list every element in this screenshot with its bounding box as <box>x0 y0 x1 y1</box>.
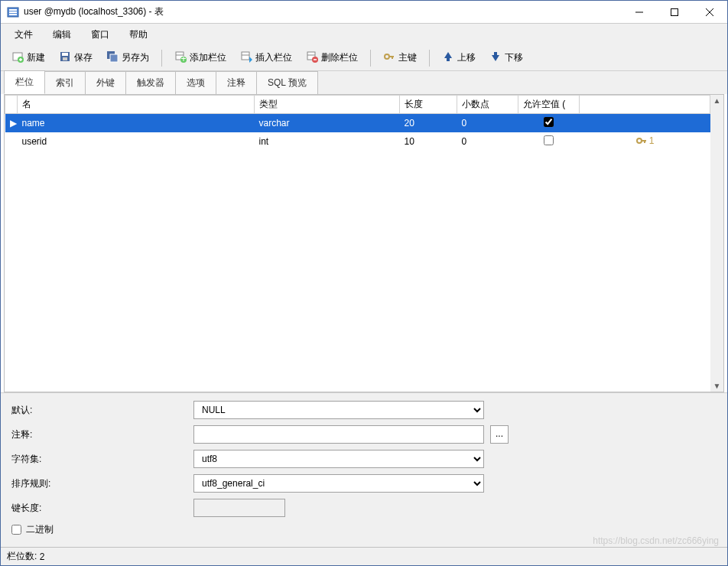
menu-help[interactable]: 帮助 <box>120 25 157 44</box>
new-label: 新建 <box>27 51 45 64</box>
binary-checkbox[interactable] <box>11 525 21 535</box>
properties-pane: 默认: NULL 注释: ... 字符集: utf8 排序规则: utf8_ge… <box>1 392 727 547</box>
label-charset: 字符集: <box>11 453 187 466</box>
save-button[interactable]: 保存 <box>53 48 99 67</box>
col-header-nullable[interactable]: 允许空值 ( <box>518 96 580 114</box>
cell-type[interactable]: varchar <box>255 114 400 132</box>
pk-label: 主键 <box>398 51 417 64</box>
label-binary: 二进制 <box>26 523 54 536</box>
inscol-label: 插入栏位 <box>255 51 292 64</box>
scroll-down-icon: ▼ <box>713 382 721 390</box>
status-count: 2 <box>40 551 45 562</box>
comment-input[interactable] <box>193 425 484 444</box>
col-header-name[interactable]: 名 <box>18 96 255 114</box>
cell-name[interactable]: name <box>18 114 255 132</box>
comment-more-button[interactable]: ... <box>490 425 509 444</box>
titlebar: user @mydb (localhost_3306) - 表 <box>1 1 727 24</box>
status-count-label: 栏位数: <box>7 550 37 563</box>
charset-select[interactable]: utf8 <box>193 450 484 468</box>
scroll-up-icon: ▲ <box>713 96 721 105</box>
key-icon: 1 <box>635 135 655 147</box>
cell-pk[interactable] <box>580 114 710 132</box>
tab-comment[interactable]: 注释 <box>216 71 257 94</box>
cell-pk[interactable]: 1 <box>580 132 710 151</box>
app-icon <box>7 6 19 18</box>
delcol-icon <box>306 50 318 65</box>
cell-name[interactable]: userid <box>18 132 255 151</box>
cell-decimals[interactable]: 0 <box>457 132 518 151</box>
svg-rect-21 <box>242 52 249 60</box>
svg-text:+: + <box>180 54 186 63</box>
keylen-input[interactable] <box>193 499 285 517</box>
cell-decimals[interactable]: 0 <box>457 114 518 132</box>
save-icon <box>59 50 71 65</box>
close-button[interactable] <box>692 1 727 24</box>
col-header-length[interactable]: 长度 <box>400 96 457 114</box>
svg-marker-32 <box>492 52 499 61</box>
moveup-label: 上移 <box>457 51 476 64</box>
tab-options[interactable]: 选项 <box>175 71 216 94</box>
inscol-button[interactable]: 插入栏位 <box>234 48 298 67</box>
cell-length[interactable]: 20 <box>400 114 457 132</box>
saveas-button[interactable]: 另存为 <box>100 48 155 67</box>
col-header-type[interactable]: 类型 <box>255 96 400 114</box>
svg-rect-14 <box>63 57 67 60</box>
tab-indexes[interactable]: 索引 <box>44 71 86 94</box>
nullable-checkbox[interactable] <box>544 135 554 145</box>
new-button[interactable]: 新建 <box>5 48 51 67</box>
cell-length[interactable]: 10 <box>400 132 457 151</box>
cell-type[interactable]: int <box>255 132 400 151</box>
minimize-button[interactable] <box>622 1 657 24</box>
svg-rect-16 <box>110 54 118 62</box>
arrow-down-icon <box>489 50 502 65</box>
separator <box>370 50 371 67</box>
svg-rect-5 <box>671 8 678 15</box>
label-keylen: 键长度: <box>11 502 187 515</box>
tab-fields[interactable]: 栏位 <box>4 70 45 94</box>
row-pointer: ▶ <box>5 114 18 132</box>
tab-fks[interactable]: 外键 <box>85 71 126 94</box>
columns-table[interactable]: 名 类型 长度 小数点 允许空值 ( ▶namevarchar200userid… <box>5 95 710 151</box>
svg-point-28 <box>385 54 389 59</box>
grid-container: 名 类型 长度 小数点 允许空值 ( ▶namevarchar200userid… <box>4 94 724 392</box>
default-select[interactable]: NULL <box>193 401 484 419</box>
menu-edit[interactable]: 编辑 <box>44 25 80 44</box>
tab-triggers[interactable]: 触发器 <box>125 71 176 94</box>
menubar: 文件 编辑 窗口 帮助 <box>1 24 727 45</box>
vertical-scrollbar[interactable]: ▲ ▼ <box>710 95 723 392</box>
label-comment: 注释: <box>11 428 187 441</box>
svg-rect-2 <box>9 11 17 13</box>
svg-rect-3 <box>9 14 17 15</box>
delcol-button[interactable]: 删除栏位 <box>300 48 364 67</box>
row-pointer <box>5 132 18 151</box>
moveup-button[interactable]: 上移 <box>436 48 482 67</box>
saveas-label: 另存为 <box>122 51 149 64</box>
separator <box>161 50 162 67</box>
menu-file[interactable]: 文件 <box>5 25 42 44</box>
cell-nullable[interactable] <box>518 114 580 132</box>
delcol-label: 删除栏位 <box>321 51 358 64</box>
pk-button[interactable]: 主键 <box>377 48 423 67</box>
nullable-checkbox[interactable] <box>544 117 554 127</box>
saveas-icon <box>106 50 119 65</box>
toolbar: 新建 保存 另存为 + 添加栏位 插入栏位 删除栏位 主键 上移 下移 <box>1 45 727 71</box>
arrow-up-icon <box>442 50 454 65</box>
svg-marker-31 <box>444 52 452 61</box>
binary-checkbox-label[interactable]: 二进制 <box>11 523 54 536</box>
addcol-button[interactable]: + 添加栏位 <box>168 48 232 67</box>
col-header-decimals[interactable]: 小数点 <box>457 96 518 114</box>
save-label: 保存 <box>74 51 93 64</box>
table-row[interactable]: useridint1001 <box>5 132 710 151</box>
cell-nullable[interactable] <box>518 132 580 151</box>
movedown-button[interactable]: 下移 <box>483 48 529 67</box>
svg-rect-1 <box>9 9 17 11</box>
svg-rect-13 <box>62 53 68 56</box>
collation-select[interactable]: utf8_general_ci <box>193 474 484 493</box>
tab-sql[interactable]: SQL 预览 <box>256 71 318 94</box>
maximize-button[interactable] <box>657 1 692 24</box>
inscol-icon <box>240 50 252 65</box>
menu-window[interactable]: 窗口 <box>82 25 119 44</box>
separator <box>429 50 430 67</box>
table-row[interactable]: ▶namevarchar200 <box>5 114 710 132</box>
table-header-row: 名 类型 长度 小数点 允许空值 ( <box>5 96 710 114</box>
